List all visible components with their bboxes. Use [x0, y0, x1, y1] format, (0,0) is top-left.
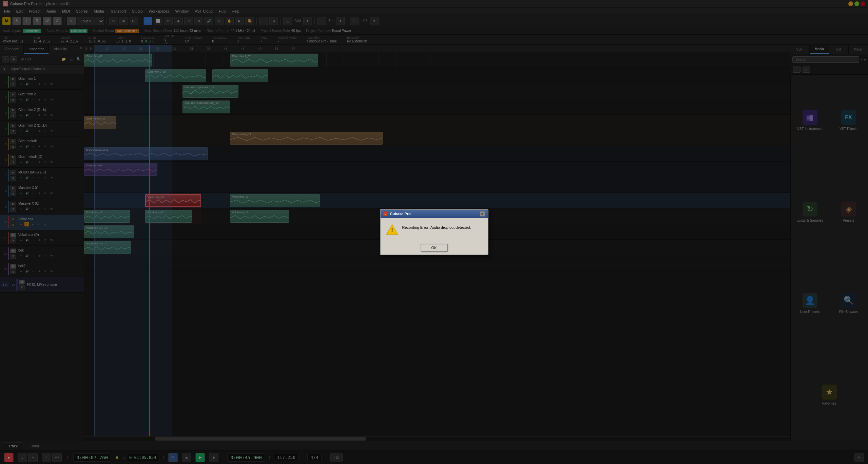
dialog-ok-button[interactable]: OK [421, 244, 448, 252]
dialog-close-button[interactable]: × [480, 211, 485, 217]
dialog-title-text: Cubase Pro [390, 212, 411, 216]
warning-icon: ! [386, 223, 398, 236]
dialog-titlebar: C Cubase Pro × [381, 210, 488, 218]
dialog-title: C Cubase Pro [383, 211, 411, 216]
error-dialog: C Cubase Pro × ! Recording Error: Audio … [380, 209, 488, 255]
svg-text:!: ! [391, 227, 393, 234]
dialog-overlay[interactable]: C Cubase Pro × ! Recording Error: Audio … [0, 0, 868, 464]
dialog-body: ! Recording Error: Audio drop out detect… [381, 218, 488, 241]
dialog-footer: OK [381, 241, 488, 255]
dialog-message: Recording Error: Audio drop out detected… [402, 223, 471, 230]
dialog-icon: C [383, 211, 388, 216]
